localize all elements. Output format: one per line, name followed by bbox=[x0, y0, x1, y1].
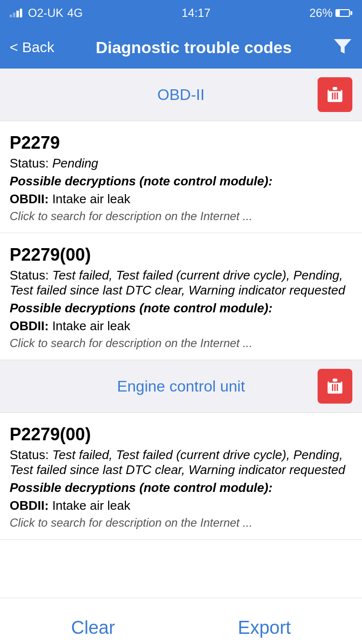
svg-rect-11 bbox=[334, 384, 336, 391]
dtc-code-2: P2279(00) bbox=[10, 245, 352, 265]
battery-icon bbox=[335, 9, 352, 17]
svg-rect-6 bbox=[337, 93, 338, 99]
carrier-label: O2-UK bbox=[28, 6, 63, 20]
filter-icon bbox=[333, 36, 352, 56]
network-label: 4G bbox=[67, 6, 83, 20]
section-title-obd2: OBD-II bbox=[44, 86, 318, 104]
section-ecu: Engine control unit P2279(00) Status: Te… bbox=[0, 360, 362, 540]
dtc-possible-1: Possible decryptions (note control modul… bbox=[10, 174, 352, 189]
section-title-ecu: Engine control unit bbox=[44, 378, 318, 395]
dtc-obdii-1: OBDII: Intake air leak bbox=[10, 192, 352, 207]
battery-percent: 26% bbox=[309, 6, 333, 20]
battery-area: 26% bbox=[309, 6, 352, 20]
dtc-entry-1[interactable]: P2279 Status: Pending Possible decryptio… bbox=[0, 121, 362, 233]
clear-button[interactable]: Clear bbox=[42, 613, 144, 643]
dtc-possible-ecu-1: Possible decryptions (note control modul… bbox=[10, 480, 352, 495]
delete-ecu-button[interactable] bbox=[318, 369, 352, 404]
dtc-code-1: P2279 bbox=[10, 133, 352, 153]
svg-rect-4 bbox=[332, 93, 334, 99]
filter-button[interactable] bbox=[333, 36, 352, 59]
nav-bar: < Back Diagnostic trouble codes bbox=[0, 26, 362, 69]
status-bar: O2-UK 4G 14:17 26% bbox=[0, 0, 362, 26]
dtc-obdii-2: OBDII: Intake air leak bbox=[10, 319, 352, 334]
section-obd2: OBD-II P2279 Status: Pending Possible de… bbox=[0, 69, 362, 360]
export-button[interactable]: Export bbox=[209, 613, 320, 643]
section-header-obd2: OBD-II bbox=[0, 69, 362, 121]
svg-rect-5 bbox=[334, 93, 336, 99]
signal-icon bbox=[10, 9, 22, 17]
delete-obd2-button[interactable] bbox=[318, 77, 352, 112]
status-bar-left: O2-UK 4G bbox=[10, 6, 83, 20]
dtc-code-ecu-1: P2279(00) bbox=[10, 424, 352, 445]
time-label: 14:17 bbox=[181, 6, 210, 20]
svg-rect-9 bbox=[333, 379, 337, 381]
dtc-search-2[interactable]: Click to search for description on the I… bbox=[10, 336, 352, 350]
dtc-search-ecu-1[interactable]: Click to search for description on the I… bbox=[10, 516, 352, 530]
dtc-possible-2: Possible decryptions (note control modul… bbox=[10, 301, 352, 316]
section-header-ecu: Engine control unit bbox=[0, 360, 362, 413]
dtc-obdii-ecu-1: OBDII: Intake air leak bbox=[10, 498, 352, 513]
dtc-status-1: Status: Pending bbox=[10, 156, 352, 171]
dtc-entry-ecu-1[interactable]: P2279(00) Status: Test failed, Test fail… bbox=[0, 413, 362, 540]
trash-icon bbox=[326, 86, 344, 103]
svg-rect-12 bbox=[337, 384, 338, 391]
svg-rect-3 bbox=[333, 87, 337, 90]
bottom-actions: Clear Export bbox=[0, 598, 362, 644]
svg-marker-0 bbox=[334, 39, 351, 54]
page-title: Diagnostic trouble codes bbox=[55, 38, 333, 57]
dtc-status-ecu-1: Status: Test failed, Test failed (curren… bbox=[10, 448, 352, 477]
content-spacer bbox=[0, 540, 362, 598]
dtc-entry-2[interactable]: P2279(00) Status: Test failed, Test fail… bbox=[0, 233, 362, 360]
dtc-status-2: Status: Test failed, Test failed (curren… bbox=[10, 268, 352, 298]
svg-rect-10 bbox=[332, 384, 334, 391]
back-button[interactable]: < Back bbox=[10, 39, 55, 56]
trash-icon-ecu bbox=[326, 378, 344, 395]
content-area: OBD-II P2279 Status: Pending Possible de… bbox=[0, 69, 362, 598]
dtc-search-1[interactable]: Click to search for description on the I… bbox=[10, 210, 352, 223]
